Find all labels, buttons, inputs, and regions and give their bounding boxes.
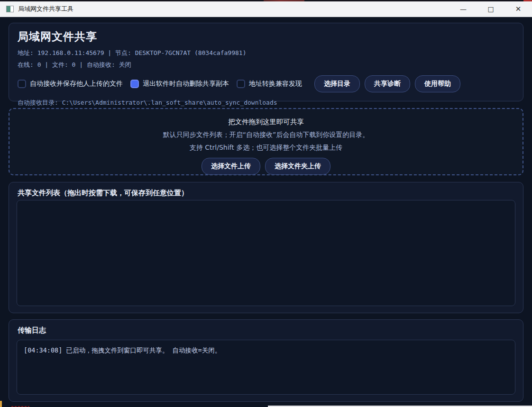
shared-files-title: 共享文件列表（拖出时按需下载，可保存到任意位置） [18,189,523,198]
status-line: 在线: 0 | 文件: 0 | 自动接收: 关闭 [18,61,523,69]
close-button[interactable]: ✕ [504,1,532,17]
titlebar[interactable]: 局域网文件共享工具 — □ ✕ [0,1,532,17]
delete-copy-on-exit-label: 退出软件时自动删除共享副本 [143,80,229,88]
address-line: 地址: 192.168.0.11:45679 | 节点: DESKTOP-7GC… [18,49,523,57]
share-diagnosis-button[interactable]: 共享诊断 [365,75,410,92]
header-panel: 局域网文件共享 地址: 192.168.0.11:45679 | 节点: DES… [9,23,523,101]
app-icon [6,6,14,12]
window-controls: — □ ✕ [449,1,532,17]
transfer-log-title: 传输日志 [18,326,523,335]
desktop-artifact [0,401,2,407]
upload-files-button[interactable]: 选择文件上传 [202,158,260,175]
auto-receive-dir-path: 自动接收目录: C:\Users\Administrator\.lan_soft… [18,99,523,107]
dropzone-buttons: 选择文件上传 选择文件夹上传 [202,158,330,175]
file-drop-zone[interactable]: 把文件拖到这里即可共享 默认只同步文件列表；开启“自动接收”后会自动下载到你设置… [9,108,523,175]
delete-copy-on-exit-checkbox[interactable] [130,80,139,88]
auto-receive-label: 自动接收并保存他人上传的文件 [30,80,123,88]
nat-compat-discovery-checkbox[interactable] [237,80,245,88]
page-title: 局域网文件共享 [18,29,523,44]
shared-files-panel: 共享文件列表（拖出时按需下载，可保存到任意位置） [9,182,523,313]
window-title: 局域网文件共享工具 [18,5,73,13]
help-button[interactable]: 使用帮助 [415,75,460,92]
maximize-button[interactable]: □ [477,1,504,17]
dropzone-hint-sync: 默认只同步文件列表；开启“自动接收”后会自动下载到你设置的目录。 [163,131,369,139]
transfer-log-box[interactable]: [04:34:08] 已启动，拖拽文件到窗口即可共享。 自动接收=关闭。 [17,340,515,395]
dropzone-hint-main: 把文件拖到这里即可共享 [228,118,304,127]
shared-files-listbox[interactable] [17,200,515,306]
upload-folder-button[interactable]: 选择文件夹上传 [265,158,330,175]
choose-directory-button[interactable]: 选择目录 [314,75,360,92]
nat-compat-discovery-label: 地址转换兼容发现 [249,80,302,88]
options-row: 自动接收并保存他人上传的文件 退出软件时自动删除共享副本 地址转换兼容发现 选择… [18,75,523,92]
minimize-button[interactable]: — [449,1,477,17]
dropzone-hint-multiselect: 支持 Ctrl/Shift 多选；也可选择整个文件夹批量上传 [190,144,342,152]
auto-receive-checkbox[interactable] [18,80,26,88]
log-entry: [04:34:08] 已启动，拖拽文件到窗口即可共享。 自动接收=关闭。 [17,340,515,361]
transfer-log-panel: 传输日志 [04:34:08] 已启动，拖拽文件到窗口即可共享。 自动接收=关闭… [9,319,523,402]
